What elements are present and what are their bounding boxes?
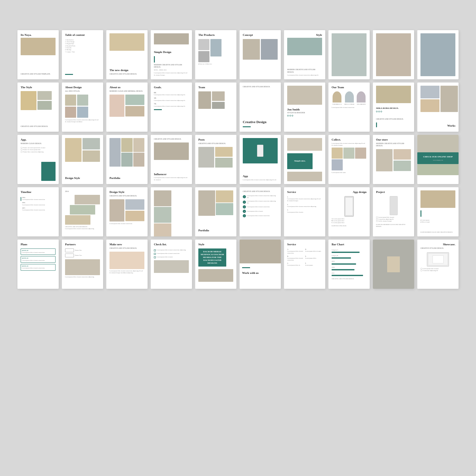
card-body: Lorem ipsum dolor sit amet consectetur. [332,107,367,109]
chart-bar [332,275,363,276]
chart-label: 2019. [332,261,367,262]
card-title: Jon Smith [287,108,300,111]
service-text: Lorem ipsum dolor. [305,257,322,259]
card-simple-nice: Simple nice. [284,135,325,184]
card-title: Concept [243,33,278,37]
service-num: 2 [243,201,246,204]
card-image [77,95,88,106]
phone-shape [344,196,354,217]
card-image [376,149,393,171]
card-body: Lorem ipsum dolor sit amet consectetur a… [65,276,100,278]
card-image [65,107,76,118]
card-subtitle: CREATIVE STYLISH DESIGN. [420,247,455,249]
partner-name: Partner Two [75,255,82,256]
card-title: App. [21,138,56,142]
card-image [83,138,100,149]
plan-text: Lorem ipsum dolor sit amet consectetur. [22,252,54,254]
card-subtitle: ALL NEW STYLES. [65,90,100,92]
teal-accent-bar [154,56,155,63]
card-influencer: CREATIVE AND STYLISH DESIGN. Influencer … [151,135,192,184]
person-name: TOM BROCCA [333,103,342,105]
card-title: Timeline [21,190,56,194]
card-goals: Goals. 0XLorem ipsum dolor sit amet cons… [151,83,192,132]
card-image [287,38,322,55]
card-image [198,91,211,109]
card-title: Service [287,190,322,194]
card-subtitle: CREATIVE AND STYLISH DESIGN. [21,125,56,128]
feature-item: ◯ Consectetur adipiscing elit [420,270,455,272]
card-title: Its Noya. [21,33,56,37]
card-simple-design: Simple Design MODERN CREATIVE AND STYLIS… [151,30,192,79]
card-image [332,33,367,76]
card-partners: Partners Partner One Partner Two Lorem i… [62,240,103,289]
checkbox [154,253,156,255]
card-image [198,51,209,62]
card-image [109,199,124,221]
card-image-tile-2 [373,30,414,79]
card-body: ◯ Lorem ipsum dolor sit amet◯ Consectetu… [376,216,411,222]
card-title: About us [109,86,144,89]
checkbox [154,249,156,251]
chart-label: Category A [332,249,367,251]
block-text: CHECK OUR ONLINE SHOP [423,155,453,158]
card-image-tile-1 [328,30,370,79]
card-image [420,33,455,76]
decorative-shape [387,256,400,272]
phone-screen [346,198,353,215]
card-image [420,86,440,98]
card-image [240,240,281,263]
card-image [77,107,88,118]
plan-text: Lorem ipsum dolor sit amet consectetur. [22,260,54,261]
chart-bar [332,263,356,265]
card-profile1: MIKA ROBA DESIGN. CREATIVE AND STYLISH D… [373,83,414,132]
service-text: Lorem ipsum dolor sit. [287,264,304,266]
feature-item: ◯ Feature three consectetur adipiscing [21,151,56,153]
card-title: Style [316,33,322,37]
card-image [121,153,132,167]
person-img [357,91,366,102]
card-image [65,138,82,162]
card-image [287,172,322,181]
card-image [83,150,100,162]
card-image [198,147,214,168]
card-image-tile-3 [417,30,459,79]
service-text: Lorem ipsum dolor sit amet consectetur a… [247,200,278,204]
card-project: Project ◯ Lorem ipsum dolor sit amet◯ Co… [373,187,414,236]
block-text: Simple nice. [294,160,306,162]
card-image [420,99,440,112]
service-text: Lorem ipsum dolor sit amet consectetur. [287,250,304,255]
card-body: DADN JDA UNSA RAD. [332,225,367,227]
card-image [109,252,144,269]
teal-block [41,162,56,181]
service-text: Lorem ipsum dolor sit amet consectetur. [247,215,270,217]
partner-name: Partner One [75,249,82,251]
service-text: Lorem ipsum dolor sit amet. [287,211,322,213]
partner-logo [65,254,74,257]
card-image [154,190,171,206]
card-team: Team [195,83,236,132]
teal-block [243,138,278,163]
card-app2: App Lorem ipsum dolor sit amet consectet… [240,135,281,184]
service-text: Lorem ipsum. [305,264,322,266]
card-portfolio2: Portfolio [195,187,236,236]
card-image [21,91,36,110]
card-image [332,159,343,170]
footer-text: DADN MODERN CLEAN AND CREATIVE DESIGN. [420,231,455,233]
card-body: Lorem ipsum dolor sit amet consectetur a… [287,74,322,76]
card-its-noya: Its Noya. CREATIVE AND STYLISH TEMPLATE. [17,30,59,79]
person-img [345,91,354,102]
social-icon-3 [292,115,293,116]
service-num: 5 [243,214,246,217]
card-image [133,138,144,152]
card-our-store: Our store MODERN CREATIVE AND STYLISH DE… [373,135,414,184]
service-num: 4 [243,210,246,213]
card-image [210,39,221,56]
card-title: Collect. [332,138,367,142]
card-project2: ● Lorem ipsum● Dolor sit amet DADN MODER… [417,187,459,236]
card-subtitle: 2014. [65,190,100,193]
timeline-text: Lorem ipsum dolor sit amet consectetur. [22,204,45,206]
card-app-design: App design A. Lorem ipsum dolor B. Lorem… [328,187,370,236]
timeline-line [21,197,21,201]
card-title: Goals. [154,86,189,89]
service-num: 1 [243,195,246,198]
